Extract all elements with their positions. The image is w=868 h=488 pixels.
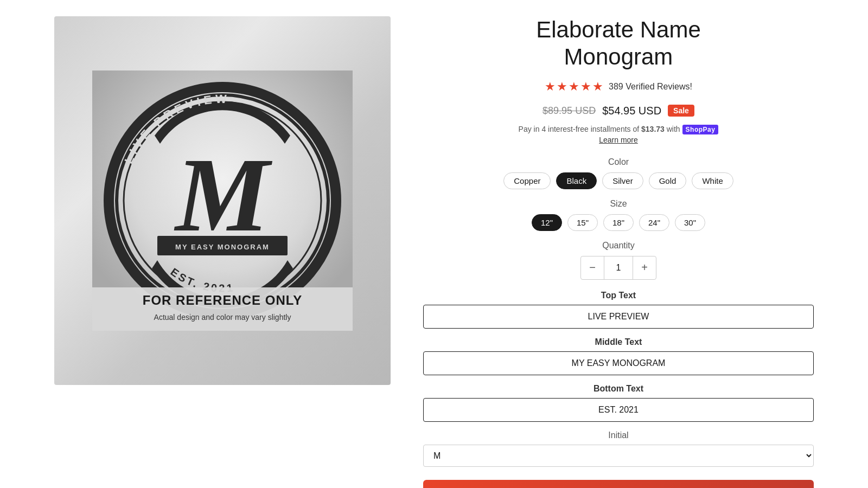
size-18[interactable]: 18" <box>603 214 634 231</box>
color-options: Copper Black Silver Gold White <box>423 172 814 189</box>
svg-text:FOR REFERENCE ONLY: FOR REFERENCE ONLY <box>143 293 302 307</box>
quantity-decrease-button[interactable]: − <box>581 256 604 279</box>
color-black[interactable]: Black <box>556 172 597 189</box>
size-12[interactable]: 12" <box>532 214 562 231</box>
quantity-increase-button[interactable]: + <box>633 256 656 279</box>
top-text-section: Top Text <box>423 291 814 329</box>
size-section: Size 12" 15" 18" 24" 30" <box>423 199 814 231</box>
size-label: Size <box>423 199 814 209</box>
quantity-section: Quantity − 1 + <box>423 241 814 280</box>
product-title: Elaborate Name Monogram <box>423 16 814 71</box>
bottom-text-section: Bottom Text <box>423 384 814 422</box>
color-gold[interactable]: Gold <box>649 172 687 189</box>
sale-badge: Sale <box>668 105 694 117</box>
bottom-text-input[interactable] <box>423 398 814 422</box>
quantity-label: Quantity <box>423 241 814 251</box>
middle-text-label: Middle Text <box>423 337 814 347</box>
initial-select[interactable]: ABCDEFGHIJKLMNOPQRSTUVWXYZ <box>423 445 814 467</box>
color-copper[interactable]: Copper <box>503 172 551 189</box>
quantity-value: 1 <box>604 256 633 279</box>
price-row: $89.95 USD $54.95 USD Sale <box>423 105 814 117</box>
stars-icon: ★★★★★ <box>545 80 604 94</box>
installment-suffix: with <box>665 125 680 133</box>
middle-text-input[interactable] <box>423 351 814 375</box>
size-15[interactable]: 15" <box>567 214 598 231</box>
initial-section: Initial ABCDEFGHIJKLMNOPQRSTUVWXYZ <box>423 431 814 467</box>
shop-pay-badge: ShopPay <box>682 125 719 134</box>
initial-label: Initial <box>423 431 814 440</box>
installment-row: Pay in 4 interest-free installments of $… <box>423 125 814 144</box>
svg-text:Actual design and color may va: Actual design and color may vary slightl… <box>154 313 291 322</box>
product-section: Elaborate Name Monogram ★★★★★ 389 Verifi… <box>423 16 814 488</box>
top-text-input[interactable] <box>423 305 814 329</box>
svg-text:MY EASY MONOGRAM: MY EASY MONOGRAM <box>175 243 270 251</box>
page-wrapper: LIVE PREVIEW M MY EASY MONOGRAM EST. 202… <box>54 11 814 488</box>
color-silver[interactable]: Silver <box>602 172 643 189</box>
reviews-row: ★★★★★ 389 Verified Reviews! <box>423 80 814 94</box>
size-30[interactable]: 30" <box>675 214 705 231</box>
bottom-text-label: Bottom Text <box>423 384 814 394</box>
preview-button[interactable]: Click Here To Preview Your Personalizati… <box>423 480 814 488</box>
reviews-count: 389 Verified Reviews! <box>609 82 692 92</box>
middle-text-section: Middle Text <box>423 337 814 375</box>
svg-text:M: M <box>174 136 272 253</box>
installment-text: Pay in 4 interest-free installments of <box>519 125 641 133</box>
top-text-label: Top Text <box>423 291 814 300</box>
color-white[interactable]: White <box>692 172 733 189</box>
sale-price: $54.95 USD <box>602 105 661 117</box>
monogram-image: LIVE PREVIEW M MY EASY MONOGRAM EST. 202… <box>92 70 353 331</box>
color-section: Color Copper Black Silver Gold White <box>423 157 814 189</box>
size-24[interactable]: 24" <box>639 214 669 231</box>
size-options: 12" 15" 18" 24" 30" <box>423 214 814 231</box>
learn-more-link[interactable]: Learn more <box>423 136 814 144</box>
quantity-control: − 1 + <box>580 256 656 280</box>
image-section: LIVE PREVIEW M MY EASY MONOGRAM EST. 202… <box>54 16 391 385</box>
product-image-container: LIVE PREVIEW M MY EASY MONOGRAM EST. 202… <box>54 16 391 385</box>
color-label: Color <box>423 157 814 167</box>
original-price: $89.95 USD <box>542 105 596 117</box>
installment-amount: $13.73 <box>641 125 665 133</box>
